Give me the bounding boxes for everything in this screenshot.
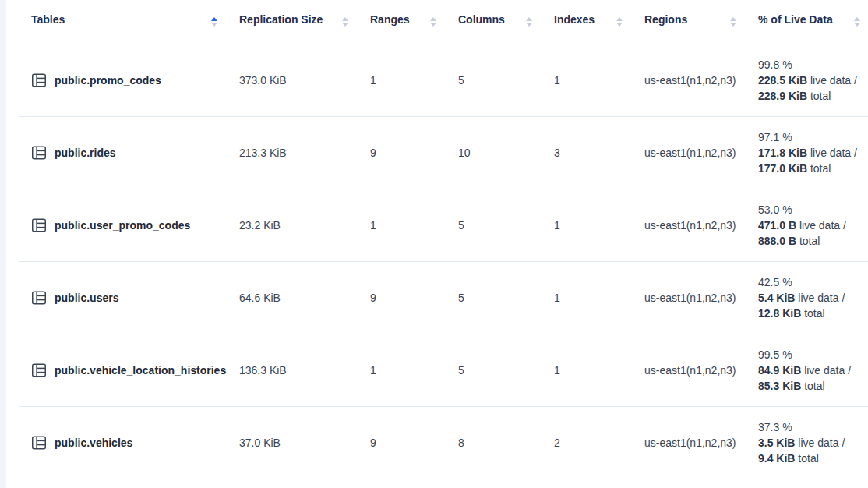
table-row: public.vehicles 37.0 KiB 9 8 2 us-east1(… <box>19 407 868 479</box>
table-name-link[interactable]: public.vehicle_location_histories <box>55 364 226 377</box>
sort-asc-arrow <box>211 17 217 21</box>
sort-asc-arrow <box>526 17 532 21</box>
cell-columns: 5 <box>458 74 554 87</box>
cell-replication-size: 37.0 KiB <box>239 437 370 449</box>
sort-arrows-icon <box>211 17 217 27</box>
sort-desc-arrow <box>211 23 217 27</box>
live-data-percent: 42.5 % <box>758 274 862 290</box>
table-name-link[interactable]: public.promo_codes <box>55 74 161 87</box>
table-name-link[interactable]: public.users <box>55 292 118 304</box>
cell-regions: us-east1(n1,n2,n3) <box>644 219 758 232</box>
cell-table-name: public.users <box>31 290 239 306</box>
column-header-tables[interactable]: Tables <box>31 0 239 44</box>
cell-ranges: 9 <box>370 147 458 159</box>
cell-live-data: 42.5 % 5.4 KiB live data / 12.8 KiB tota… <box>758 274 868 321</box>
live-data-size: 471.0 B live data / <box>758 217 862 233</box>
live-data-percent: 99.5 % <box>758 347 862 362</box>
cell-indexes: 2 <box>554 437 644 449</box>
cell-table-name: public.vehicles <box>31 435 239 451</box>
sort-asc-arrow <box>342 17 348 21</box>
table-row: public.promo_codes 373.0 KiB 1 5 1 us-ea… <box>19 44 868 117</box>
live-data-size: 84.9 KiB live data / <box>758 362 862 378</box>
live-data-percent: 99.8 % <box>758 57 862 72</box>
column-header-of-live-data[interactable]: % of Live Data <box>758 0 868 44</box>
sort-arrows-icon <box>430 17 436 27</box>
table-icon <box>31 362 47 378</box>
cell-regions: us-east1(n1,n2,n3) <box>644 147 758 159</box>
column-header-replication-size[interactable]: Replication Size <box>239 0 370 44</box>
column-header-label: Ranges <box>370 13 410 30</box>
cell-indexes: 1 <box>554 74 644 87</box>
sort-desc-arrow <box>342 23 348 27</box>
cell-live-data: 99.8 % 228.5 KiB live data / 228.9 KiB t… <box>758 57 868 104</box>
column-header-regions[interactable]: Regions <box>644 0 758 44</box>
table-icon <box>31 72 47 88</box>
cell-replication-size: 64.6 KiB <box>239 292 370 304</box>
cell-table-name: public.rides <box>31 145 239 161</box>
cell-columns: 10 <box>458 147 554 159</box>
cell-ranges: 1 <box>370 364 458 377</box>
cell-table-name: public.vehicle_location_histories <box>31 362 239 378</box>
table-name-link[interactable]: public.vehicles <box>55 437 132 449</box>
column-header-columns[interactable]: Columns <box>458 0 554 44</box>
column-header-ranges[interactable]: Ranges <box>370 0 458 44</box>
cell-ranges: 9 <box>370 292 458 304</box>
sort-arrows-icon <box>526 17 532 27</box>
cell-indexes: 1 <box>554 364 644 377</box>
cell-regions: us-east1(n1,n2,n3) <box>644 74 758 87</box>
total-data-size: 888.0 B total <box>758 233 862 249</box>
live-data-percent: 53.0 % <box>758 202 862 217</box>
sort-arrows-icon <box>730 17 736 27</box>
column-header-label: % of Live Data <box>758 13 833 30</box>
table-icon <box>31 145 47 161</box>
column-header-label: Replication Size <box>239 13 323 30</box>
cell-columns: 8 <box>458 437 554 449</box>
column-header-indexes[interactable]: Indexes <box>554 0 644 44</box>
cell-live-data: 99.5 % 84.9 KiB live data / 85.3 KiB tot… <box>758 347 868 394</box>
live-data-size: 228.5 KiB live data / <box>758 72 862 88</box>
cell-ranges: 1 <box>370 74 458 87</box>
sort-desc-arrow <box>430 23 436 27</box>
sort-arrows-icon <box>342 17 348 27</box>
table-body: public.promo_codes 373.0 KiB 1 5 1 us-ea… <box>0 44 868 479</box>
table-row: public.vehicle_location_histories 136.3 … <box>19 334 868 407</box>
sort-asc-arrow <box>616 17 623 21</box>
table-name-link[interactable]: public.user_promo_codes <box>55 219 190 232</box>
total-data-size: 12.8 KiB total <box>758 306 862 321</box>
sort-arrows-icon <box>616 17 623 27</box>
cell-columns: 5 <box>458 219 554 232</box>
column-header-label: Columns <box>458 13 505 30</box>
table-icon <box>31 217 47 233</box>
live-data-percent: 37.3 % <box>758 419 862 435</box>
total-data-size: 85.3 KiB total <box>758 378 862 394</box>
cell-replication-size: 213.3 KiB <box>239 147 370 159</box>
total-data-size: 9.4 KiB total <box>758 451 862 466</box>
column-header-label: Indexes <box>554 13 595 30</box>
cell-live-data: 97.1 % 171.8 KiB live data / 177.0 KiB t… <box>758 129 868 176</box>
cell-replication-size: 136.3 KiB <box>239 364 370 377</box>
sort-desc-arrow <box>730 23 736 27</box>
table-header-row: Tables Replication Size Ranges Columns I… <box>19 0 868 44</box>
sort-asc-arrow <box>854 17 860 21</box>
table-icon <box>31 290 47 306</box>
cell-replication-size: 23.2 KiB <box>239 219 370 232</box>
cell-live-data: 53.0 % 471.0 B live data / 888.0 B total <box>758 202 868 249</box>
cell-regions: us-east1(n1,n2,n3) <box>644 364 758 377</box>
cell-indexes: 1 <box>554 292 644 304</box>
column-header-label: Regions <box>644 13 687 30</box>
table-row: public.rides 213.3 KiB 9 10 3 us-east1(n… <box>19 117 868 189</box>
live-data-size: 3.5 KiB live data / <box>758 435 862 451</box>
database-tables-table: Tables Replication Size Ranges Columns I… <box>0 0 868 479</box>
table-name-link[interactable]: public.rides <box>55 147 116 159</box>
sort-asc-arrow <box>730 17 736 21</box>
cell-regions: us-east1(n1,n2,n3) <box>644 437 758 449</box>
cell-columns: 5 <box>458 364 554 377</box>
sort-desc-arrow <box>526 23 532 27</box>
cell-table-name: public.user_promo_codes <box>31 217 239 233</box>
cell-replication-size: 373.0 KiB <box>239 74 370 87</box>
table-icon <box>31 435 47 451</box>
total-data-size: 177.0 KiB total <box>758 161 862 176</box>
live-data-percent: 97.1 % <box>758 129 862 145</box>
cell-regions: us-east1(n1,n2,n3) <box>644 292 758 304</box>
total-data-size: 228.9 KiB total <box>758 88 862 104</box>
